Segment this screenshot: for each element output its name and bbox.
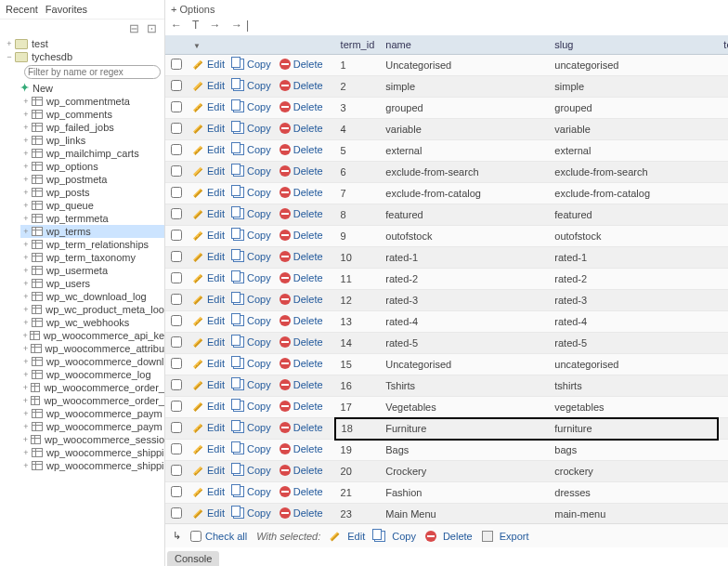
copy-button[interactable]: Copy (233, 315, 271, 326)
edit-button[interactable]: Edit (193, 401, 225, 412)
delete-button[interactable]: Delete (280, 123, 323, 134)
cell-name[interactable]: exclude-from-catalog (380, 183, 549, 204)
table-node[interactable]: +wp_wc_webhooks (20, 316, 164, 329)
cell-slug[interactable]: uncategorised (549, 55, 718, 76)
table-node[interactable]: +wp_woocommerce_paym (20, 407, 164, 420)
plus-icon[interactable]: + (20, 253, 32, 262)
plus-icon[interactable]: + (20, 162, 32, 171)
cell-term-group[interactable]: 0 (718, 290, 728, 311)
cell-name[interactable]: featured (380, 204, 549, 226)
edit-button[interactable]: Edit (193, 59, 225, 70)
copy-button[interactable]: Copy (233, 294, 271, 305)
cell-slug[interactable]: external (549, 140, 718, 162)
row-checkbox[interactable] (171, 230, 182, 241)
col-slug[interactable]: slug (549, 35, 718, 55)
delete-button[interactable]: Delete (280, 358, 323, 369)
plus-icon[interactable]: + (20, 149, 32, 158)
cell-term-group[interactable]: 0 (718, 76, 728, 98)
delete-button[interactable]: Delete (280, 272, 323, 283)
row-checkbox[interactable] (171, 443, 182, 454)
row-checkbox[interactable] (171, 294, 182, 305)
plus-icon[interactable]: + (20, 123, 32, 132)
table-node[interactable]: +wp_woocommerce_order_ (20, 381, 164, 394)
row-checkbox[interactable] (171, 59, 182, 70)
cell-slug[interactable]: furniture (549, 418, 718, 440)
cell-term-id[interactable]: 13 (335, 311, 381, 333)
cell-name[interactable]: rated-1 (380, 247, 549, 269)
edit-button[interactable]: Edit (193, 379, 225, 390)
plus-icon[interactable]: + (20, 344, 31, 353)
col-term-group[interactable]: term_group (718, 35, 728, 55)
row-checkbox[interactable] (171, 422, 182, 433)
table-node[interactable]: +wp_woocommerce_shippi (20, 446, 164, 459)
cell-term-id[interactable]: 17 (335, 397, 381, 418)
cell-term-id[interactable]: 6 (335, 162, 381, 183)
cell-slug[interactable]: outofstock (549, 226, 718, 247)
cell-name[interactable]: variable (380, 119, 549, 140)
cell-name[interactable]: external (380, 140, 549, 162)
table-node[interactable]: +wp_commentmeta (20, 95, 164, 108)
cell-term-id[interactable]: 19 (335, 440, 381, 461)
plus-icon[interactable]: + (20, 461, 32, 470)
cell-term-group[interactable]: 0 (718, 482, 728, 504)
delete-button[interactable]: Delete (280, 101, 323, 112)
copy-button[interactable]: Copy (233, 272, 271, 283)
edit-button[interactable]: Edit (193, 187, 225, 198)
cell-name[interactable]: outofstock (380, 226, 549, 247)
delete-button[interactable]: Delete (280, 208, 323, 219)
footer-export[interactable]: Export (482, 531, 529, 542)
delete-button[interactable]: Delete (280, 465, 323, 476)
plus-icon[interactable]: + (20, 214, 32, 223)
cell-term-id[interactable]: 14 (335, 333, 381, 354)
copy-button[interactable]: Copy (233, 422, 271, 433)
check-all-checkbox[interactable] (190, 531, 202, 542)
copy-button[interactable]: Copy (233, 187, 271, 198)
table-node[interactable]: +wp_woocommerce_paym (20, 420, 164, 433)
copy-button[interactable]: Copy (233, 443, 271, 454)
cell-term-id[interactable]: 7 (335, 183, 381, 204)
plus-icon[interactable]: + (20, 435, 31, 444)
cell-term-id[interactable]: 8 (335, 204, 381, 226)
delete-button[interactable]: Delete (280, 422, 323, 433)
cell-slug[interactable]: exclude-from-search (549, 162, 718, 183)
cell-term-group[interactable]: 0 (718, 354, 728, 375)
cell-term-id[interactable]: 18 (335, 418, 381, 440)
row-checkbox[interactable] (171, 187, 182, 198)
cell-term-id[interactable]: 1 (335, 55, 381, 76)
delete-button[interactable]: Delete (280, 315, 323, 326)
cell-slug[interactable]: crockery (549, 461, 718, 482)
cell-term-group[interactable]: 0 (718, 418, 728, 440)
table-node[interactable]: +wp_queue (20, 199, 164, 212)
table-node[interactable]: +wp_wc_download_log (20, 290, 164, 303)
plus-icon[interactable]: + (20, 188, 32, 197)
edit-button[interactable]: Edit (193, 336, 225, 348)
table-node[interactable]: +wp_terms (20, 225, 164, 238)
delete-button[interactable]: Delete (280, 336, 323, 348)
cell-term-id[interactable]: 11 (335, 269, 381, 290)
cell-slug[interactable]: rated-2 (549, 269, 718, 290)
options-link[interactable]: + Options (165, 0, 728, 19)
edit-button[interactable]: Edit (193, 80, 225, 91)
cell-name[interactable]: Furniture (380, 418, 549, 440)
copy-button[interactable]: Copy (233, 507, 271, 519)
console-tab[interactable]: Console (167, 551, 219, 566)
cell-term-group[interactable]: 0 (718, 183, 728, 204)
delete-button[interactable]: Delete (280, 443, 323, 454)
cell-slug[interactable]: tshirts (549, 375, 718, 397)
cell-term-id[interactable]: 10 (335, 247, 381, 269)
row-checkbox[interactable] (171, 315, 182, 326)
row-checkbox[interactable] (171, 401, 182, 412)
cell-slug[interactable]: grouped (549, 98, 718, 119)
plus-icon[interactable]: + (20, 396, 31, 405)
delete-button[interactable]: Delete (280, 165, 323, 177)
edit-button[interactable]: Edit (193, 465, 225, 476)
plus-icon[interactable]: + (20, 292, 32, 301)
cell-name[interactable]: Uncategorised (380, 354, 549, 375)
copy-button[interactable]: Copy (233, 59, 271, 70)
copy-button[interactable]: Copy (233, 80, 271, 91)
nav-arrows[interactable]: ← T → →| (165, 19, 728, 35)
delete-button[interactable]: Delete (280, 294, 323, 305)
copy-button[interactable]: Copy (233, 486, 271, 497)
cell-term-group[interactable]: 0 (718, 375, 728, 397)
plus-icon[interactable]: + (20, 240, 32, 249)
